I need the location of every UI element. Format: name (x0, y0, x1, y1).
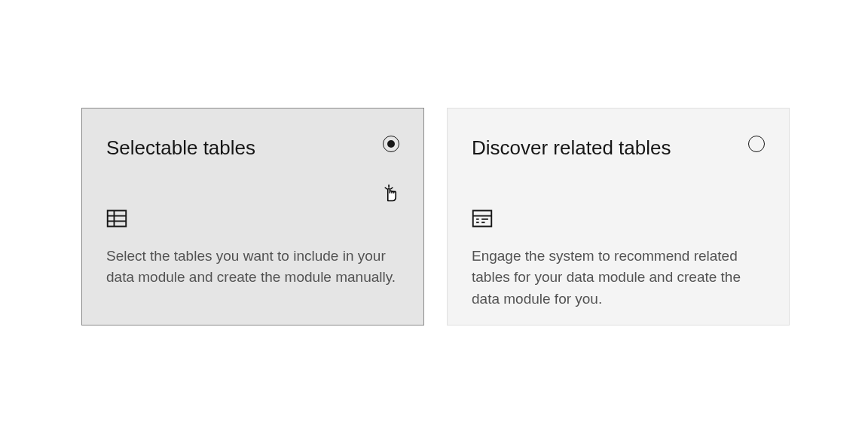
svg-line-4 (385, 188, 387, 189)
pointer-cursor-icon (381, 182, 402, 203)
radio-selected[interactable] (383, 136, 399, 152)
table-icon (106, 208, 127, 229)
option-card-group: Selectable tables Select the tables you … (81, 108, 790, 326)
data-table-icon (472, 208, 493, 229)
svg-line-6 (391, 188, 393, 189)
option-card-description: Engage the system to recommend related t… (472, 246, 765, 310)
option-card-description: Select the tables you want to include in… (106, 246, 399, 289)
option-card-title: Discover related tables (472, 136, 765, 161)
option-card-selectable-tables[interactable]: Selectable tables Select the tables you … (81, 108, 424, 326)
svg-rect-0 (108, 210, 127, 226)
radio-unselected[interactable] (748, 136, 765, 152)
option-card-title: Selectable tables (106, 136, 399, 161)
option-card-discover-related[interactable]: Discover related tables Engage the syste… (447, 108, 790, 326)
